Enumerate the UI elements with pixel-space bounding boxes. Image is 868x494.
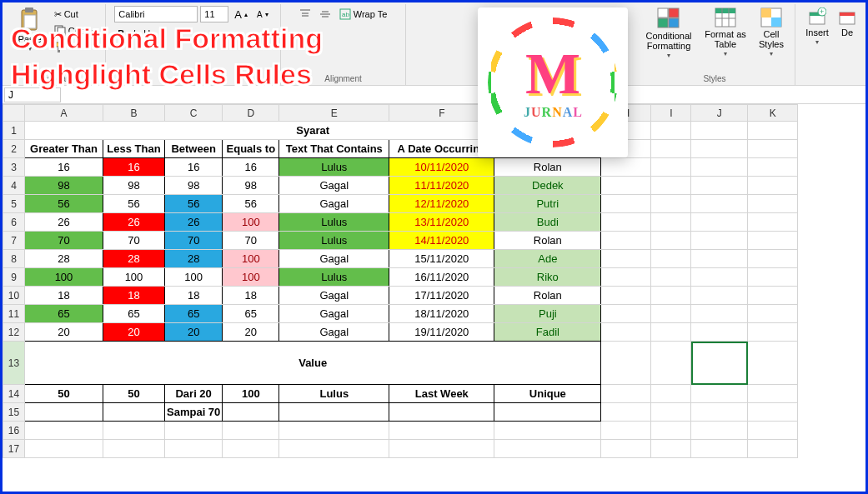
cell-H7[interactable] — [601, 232, 651, 250]
cell-F17[interactable] — [389, 440, 494, 458]
row-header-5[interactable]: 5 — [3, 195, 25, 213]
col-header-K[interactable]: K — [748, 105, 798, 122]
cell-E2[interactable]: Text That Contains — [279, 140, 389, 158]
cell-E6[interactable]: Lulus — [279, 213, 389, 232]
cell-J2[interactable] — [691, 140, 748, 158]
paste-button[interactable]: Paste ▾ — [13, 6, 48, 55]
row-header-6[interactable]: 6 — [3, 213, 25, 232]
cell-F16[interactable] — [389, 422, 494, 440]
cell-K4[interactable] — [748, 177, 798, 195]
cell-I5[interactable] — [651, 195, 691, 213]
cell-K12[interactable] — [748, 323, 798, 342]
cell-E8[interactable]: Gagal — [279, 250, 389, 268]
cell-E15[interactable] — [279, 403, 389, 422]
cell-C16[interactable] — [165, 422, 223, 440]
cell-G8[interactable]: Ade — [494, 250, 601, 268]
row-header-9[interactable]: 9 — [3, 268, 25, 287]
cell-B17[interactable] — [103, 440, 165, 458]
cell-D2[interactable]: Equals to — [223, 140, 279, 158]
col-header-E[interactable]: E — [279, 105, 389, 122]
cell-D4[interactable]: 98 — [223, 177, 279, 195]
cell-F14[interactable]: Last Week — [389, 385, 494, 403]
cell-C6[interactable]: 26 — [165, 213, 223, 232]
cell-A2[interactable]: Greater Than — [25, 140, 103, 158]
cell-K8[interactable] — [748, 250, 798, 268]
cell-J9[interactable] — [691, 268, 748, 287]
cell-G11[interactable]: Puji — [494, 305, 601, 323]
cell-F9[interactable]: 16/11/2020 — [389, 268, 494, 287]
cell-I13[interactable] — [651, 342, 691, 385]
cell-E12[interactable]: Gagal — [279, 323, 389, 342]
cell-K3[interactable] — [748, 158, 798, 177]
cell-E5[interactable]: Gagal — [279, 195, 389, 213]
cell-G10[interactable]: Rolan — [494, 287, 601, 305]
cell-H9[interactable] — [601, 268, 651, 287]
cell-B12[interactable]: 20 — [103, 323, 165, 342]
cell-F15[interactable] — [389, 403, 494, 422]
cell-C7[interactable]: 70 — [165, 232, 223, 250]
cell-K11[interactable] — [748, 305, 798, 323]
row-header-16[interactable]: 16 — [3, 422, 25, 440]
cell-H4[interactable] — [601, 177, 651, 195]
cell-J11[interactable] — [691, 305, 748, 323]
delete-cells-button[interactable]: De — [837, 6, 857, 39]
row-header-14[interactable]: 14 — [3, 385, 25, 403]
cell-G15[interactable] — [494, 403, 601, 422]
col-header-I[interactable]: I — [651, 105, 691, 122]
cell-D16[interactable] — [223, 422, 279, 440]
cell-K16[interactable] — [748, 422, 798, 440]
cell-F11[interactable]: 18/11/2020 — [389, 305, 494, 323]
font-name-input[interactable] — [114, 6, 198, 22]
cell-A6[interactable]: 26 — [25, 213, 103, 232]
cell-C2[interactable]: Between — [165, 140, 223, 158]
cell-B14[interactable]: 50 — [103, 385, 165, 403]
value-title[interactable]: Value — [25, 342, 601, 385]
row-header-1[interactable]: 1 — [3, 122, 25, 140]
cell-E3[interactable]: Lulus — [279, 158, 389, 177]
cell-D9[interactable]: 100 — [223, 268, 279, 287]
row-header-17[interactable]: 17 — [3, 440, 25, 458]
cell-A8[interactable]: 28 — [25, 250, 103, 268]
cell-I10[interactable] — [651, 287, 691, 305]
col-header-D[interactable]: D — [223, 105, 279, 122]
align-top-button[interactable] — [296, 6, 314, 22]
cell-B10[interactable]: 18 — [103, 287, 165, 305]
cell-D7[interactable]: 70 — [223, 232, 279, 250]
cell-H10[interactable] — [601, 287, 651, 305]
cut-button[interactable]: ✂ Cut — [51, 6, 99, 22]
cell-J15[interactable] — [691, 403, 748, 422]
cell-G3[interactable]: Rolan — [494, 158, 601, 177]
cell-H16[interactable] — [601, 422, 651, 440]
cell-I6[interactable] — [651, 213, 691, 232]
cell-A12[interactable]: 20 — [25, 323, 103, 342]
cell-E16[interactable] — [279, 422, 389, 440]
cell-E9[interactable]: Lulus — [279, 268, 389, 287]
cell-H5[interactable] — [601, 195, 651, 213]
cell-B3[interactable]: 16 — [103, 158, 165, 177]
cell-H13[interactable] — [601, 342, 651, 385]
cell-B11[interactable]: 65 — [103, 305, 165, 323]
cell-G4[interactable]: Dedek — [494, 177, 601, 195]
cell-J1[interactable] — [691, 122, 748, 140]
cell-D3[interactable]: 16 — [223, 158, 279, 177]
cell-G16[interactable] — [494, 422, 601, 440]
cell-H6[interactable] — [601, 213, 651, 232]
cell-C4[interactable]: 98 — [165, 177, 223, 195]
cell-F7[interactable]: 14/11/2020 — [389, 232, 494, 250]
cell-A7[interactable]: 70 — [25, 232, 103, 250]
cell-J17[interactable] — [691, 440, 748, 458]
row-header-12[interactable]: 12 — [3, 323, 25, 342]
cell-G17[interactable] — [494, 440, 601, 458]
cell-K5[interactable] — [748, 195, 798, 213]
bold-button[interactable]: B — [114, 25, 128, 42]
cell-F3[interactable]: 10/11/2020 — [389, 158, 494, 177]
cell-I11[interactable] — [651, 305, 691, 323]
cell-J13[interactable] — [691, 342, 748, 385]
spreadsheet[interactable]: ABCDEFGHIJK1Syarat2Greater ThanLess Than… — [3, 104, 865, 494]
cell-D14[interactable]: 100 — [223, 385, 279, 403]
cell-C3[interactable]: 16 — [165, 158, 223, 177]
cell-A14[interactable]: 50 — [25, 385, 103, 403]
align-middle-button[interactable] — [316, 6, 334, 22]
cell-B16[interactable] — [103, 422, 165, 440]
cell-B5[interactable]: 56 — [103, 195, 165, 213]
